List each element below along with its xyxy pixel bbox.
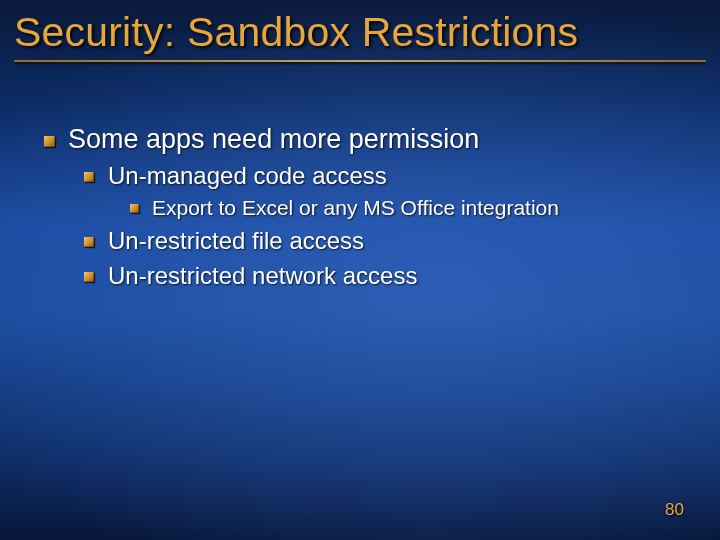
slide-body: Some apps need more permission Un-manage… — [0, 68, 720, 292]
title-area: Security: Sandbox Restrictions — [0, 0, 720, 68]
list-item: Un-restricted file access — [84, 226, 690, 257]
bullet-list-level1: Some apps need more permission Un-manage… — [44, 124, 690, 292]
slide-title: Security: Sandbox Restrictions — [14, 10, 706, 54]
bullet-text: Un-restricted network access — [108, 262, 417, 289]
bullet-text: Un-managed code access — [108, 162, 387, 189]
title-underline — [14, 60, 706, 62]
list-item: Un-restricted network access — [84, 261, 690, 292]
bullet-list-level2: Un-managed code access Export to Excel o… — [84, 161, 690, 292]
bullet-text: Un-restricted file access — [108, 227, 364, 254]
page-number: 80 — [665, 500, 684, 520]
list-item: Export to Excel or any MS Office integra… — [130, 194, 690, 222]
bullet-text: Export to Excel or any MS Office integra… — [152, 196, 559, 219]
list-item: Un-managed code access Export to Excel o… — [84, 161, 690, 222]
bullet-text: Some apps need more permission — [68, 124, 479, 154]
bullet-list-level3: Export to Excel or any MS Office integra… — [130, 194, 690, 222]
list-item: Some apps need more permission Un-manage… — [44, 124, 690, 292]
